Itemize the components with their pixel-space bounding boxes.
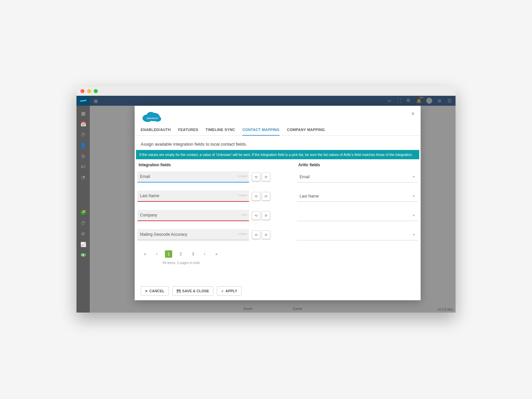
tab-company-mapping[interactable]: COMPANY MAPPING: [287, 128, 325, 135]
target-icon[interactable]: ◎: [80, 153, 86, 159]
save-close-button[interactable]: 💾SAVE & CLOSE: [172, 286, 213, 296]
info-banner: If the values are empty for the contact,…: [136, 150, 419, 159]
chevron-down-icon: ▼: [412, 195, 415, 198]
window-titlebar: [76, 86, 456, 96]
sync-right-icon[interactable]: ⟳: [262, 230, 270, 239]
aritic-select-geocode[interactable]: ▼: [297, 229, 418, 240]
tab-contact-mapping[interactable]: CONTACT MAPPING: [242, 128, 280, 136]
dashboard-icon[interactable]: ▦: [80, 110, 86, 116]
apply-label: APPLY: [225, 289, 237, 293]
field-hint: Lead: [241, 213, 247, 216]
tab-enabled-auth[interactable]: ENABLED/AUTH: [141, 128, 171, 135]
close-icon[interactable]: ×: [411, 110, 415, 117]
browser-window: ▦ 📅 ⏱ 👤 ◎ 🏷 ◔ 🧩 ⏱ ⊘ 📈 💵: [76, 86, 456, 313]
cancel-button[interactable]: ✕CANCEL: [141, 286, 169, 296]
chevron-down-icon: ▼: [412, 233, 415, 236]
gauge-icon[interactable]: ⏱: [80, 132, 86, 138]
chevron-down-icon: ▼: [412, 214, 415, 217]
field-hint: Contact: [238, 232, 247, 235]
left-sidebar: ▦ 📅 ⏱ 👤 ◎ 🏷 ◔ 🧩 ⏱ ⊘ 📈 💵: [76, 96, 90, 313]
user-icon[interactable]: 👤: [80, 142, 86, 148]
integration-field-geocode[interactable]: [137, 229, 249, 240]
page-prev-icon[interactable]: ‹: [154, 250, 160, 258]
field-hint: Contact: [238, 194, 247, 197]
aritic-select-company[interactable]: ▼: [297, 210, 418, 221]
select-value: Email: [300, 175, 310, 179]
page-next-icon[interactable]: ›: [201, 250, 208, 258]
save-label: SAVE & CLOSE: [182, 289, 209, 293]
tab-features[interactable]: FEATURES: [178, 128, 198, 135]
app-logo[interactable]: [76, 96, 90, 106]
speed-icon[interactable]: ⏱: [80, 220, 86, 226]
svg-text:salesforce: salesforce: [146, 117, 158, 120]
chart-icon[interactable]: 📈: [80, 241, 86, 247]
save-icon: 💾: [177, 289, 181, 293]
page-2[interactable]: 2: [177, 250, 185, 258]
plugin-icon[interactable]: 🧩: [80, 209, 86, 215]
cancel-label: CANCEL: [149, 289, 165, 293]
sync-right-icon[interactable]: ⟳: [262, 211, 270, 220]
page-first-icon[interactable]: «: [141, 250, 149, 258]
pagination: « ‹ 1 2 3 › »: [137, 248, 270, 260]
aritic-fields-title: Aritic fields: [297, 163, 418, 171]
integration-fields-title: Integration fields: [137, 163, 270, 171]
calendar-icon[interactable]: 📅: [80, 121, 86, 127]
clock-icon[interactable]: ◔: [80, 174, 86, 180]
sync-right-icon[interactable]: ⟳: [262, 192, 270, 200]
field-row-lastname: Contact ⟲ ⟳: [137, 191, 270, 202]
instruction-text: Assign available integration fields to l…: [135, 140, 421, 150]
select-value: Last Name: [300, 194, 319, 199]
aritic-select-lastname[interactable]: Last Name ▼: [297, 191, 418, 202]
salesforce-logo: salesforce: [141, 110, 164, 124]
integration-field-email[interactable]: [137, 171, 249, 183]
integration-field-company[interactable]: [137, 210, 249, 221]
check-icon: ✓: [221, 289, 224, 293]
field-hint: Contact: [238, 175, 247, 178]
modal-tabs: ENABLED/AUTH FEATURES TIMELINE SYNC CONT…: [135, 124, 421, 136]
field-row-company: Lead ⟲ ⟳: [137, 210, 270, 221]
apply-button[interactable]: ✓APPLY: [217, 286, 242, 296]
tab-timeline-sync[interactable]: TIMELINE SYNC: [205, 128, 235, 135]
sync-left-icon[interactable]: ⟲: [252, 211, 260, 220]
money-icon[interactable]: 💵: [80, 252, 86, 258]
sync-left-icon[interactable]: ⟲: [252, 173, 260, 181]
pagination-summary: 84 items, 3 pages in total: [137, 260, 270, 265]
chevron-down-icon: ▼: [412, 175, 415, 179]
close-dot[interactable]: [80, 89, 84, 93]
page-last-icon[interactable]: »: [213, 250, 220, 258]
aritic-select-email[interactable]: Email ▼: [297, 171, 418, 183]
integration-field-lastname[interactable]: [137, 191, 249, 202]
x-icon: ✕: [145, 289, 148, 293]
page-3[interactable]: 3: [189, 250, 197, 258]
sync-right-icon[interactable]: ⟳: [262, 173, 270, 181]
maximize-dot[interactable]: [94, 89, 98, 93]
integration-modal: salesforce × ENABLED/AUTH FEATURES TIMEL…: [135, 106, 421, 300]
minimize-dot[interactable]: [87, 89, 91, 93]
sync-left-icon[interactable]: ⟲: [252, 230, 260, 239]
field-row-geocode: Contact ⟲ ⟳: [137, 229, 270, 240]
page-1[interactable]: 1: [165, 250, 173, 258]
field-row-email: Contact ⟲ ⟳: [137, 171, 270, 183]
block-icon[interactable]: ⊘: [80, 231, 86, 237]
tag-icon[interactable]: 🏷: [80, 164, 86, 170]
sync-left-icon[interactable]: ⟲: [252, 192, 260, 200]
